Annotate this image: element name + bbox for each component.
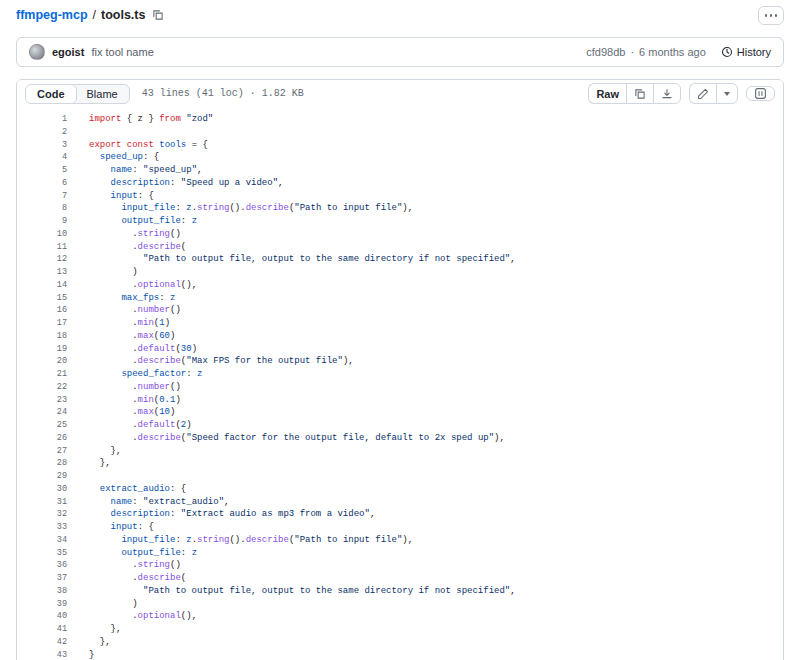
code-line: 32 description: "Extract audio as mp3 fr… — [17, 508, 783, 521]
line-number[interactable]: 1 — [17, 113, 67, 126]
code-viewer[interactable]: 1import { z } from "zod"23export const t… — [17, 107, 783, 660]
line-number[interactable]: 23 — [17, 394, 67, 407]
commit-author-link[interactable]: egoist — [52, 46, 84, 58]
code-line: 22 .number() — [17, 381, 783, 394]
breadcrumb-repo-link[interactable]: ffmpeg-mcp — [16, 8, 88, 22]
line-content: .string() — [67, 228, 181, 241]
file-toolbar: Code Blame 43 lines (41 loc) · 1.82 KB R… — [17, 80, 783, 107]
code-line: 5 name: "speed_up", — [17, 164, 783, 177]
line-number[interactable]: 32 — [17, 508, 67, 521]
line-number[interactable]: 5 — [17, 164, 67, 177]
line-number[interactable]: 42 — [17, 636, 67, 649]
code-line: 3export const tools = { — [17, 139, 783, 152]
raw-button[interactable]: Raw — [588, 83, 626, 104]
line-number[interactable]: 35 — [17, 547, 67, 560]
code-line: 31 name: "extract_audio", — [17, 496, 783, 509]
line-number[interactable]: 19 — [17, 343, 67, 356]
line-number[interactable]: 37 — [17, 572, 67, 585]
line-number[interactable]: 40 — [17, 610, 67, 623]
line-number[interactable]: 27 — [17, 445, 67, 458]
line-number[interactable]: 33 — [17, 521, 67, 534]
code-line: 43} — [17, 649, 783, 660]
line-number[interactable]: 39 — [17, 598, 67, 611]
commit-hash-link[interactable]: cfd98db — [586, 46, 625, 58]
download-button[interactable] — [653, 83, 681, 104]
line-content: extract_audio: { — [67, 483, 186, 496]
line-number[interactable]: 36 — [17, 559, 67, 572]
download-icon — [661, 88, 673, 100]
edit-dropdown-button[interactable] — [716, 83, 738, 104]
line-number[interactable]: 34 — [17, 534, 67, 547]
line-number[interactable]: 3 — [17, 139, 67, 152]
line-content: .describe("Max FPS for the output file")… — [67, 355, 354, 368]
chevron-down-icon — [724, 92, 730, 96]
line-number[interactable]: 7 — [17, 190, 67, 203]
line-content: .default(2) — [67, 419, 192, 432]
line-number[interactable]: 10 — [17, 228, 67, 241]
line-number[interactable]: 30 — [17, 483, 67, 496]
line-number[interactable]: 21 — [17, 368, 67, 381]
copy-path-button[interactable] — [152, 9, 164, 21]
code-line: 7 input: { — [17, 190, 783, 203]
line-content: name: "extract_audio", — [67, 496, 229, 509]
line-number[interactable]: 20 — [17, 355, 67, 368]
code-line: 25 .default(2) — [17, 419, 783, 432]
author-avatar[interactable] — [29, 44, 45, 60]
line-content: description: "Extract audio as mp3 from … — [67, 508, 375, 521]
edit-button[interactable] — [689, 83, 716, 104]
code-line: 6 description: "Speed up a video", — [17, 177, 783, 190]
commit-message-link[interactable]: fix tool name — [91, 46, 153, 58]
code-line: 14 .optional(), — [17, 279, 783, 292]
line-number[interactable]: 43 — [17, 649, 67, 660]
code-line: 21 speed_factor: z — [17, 368, 783, 381]
line-number[interactable]: 26 — [17, 432, 67, 445]
line-number[interactable]: 28 — [17, 457, 67, 470]
code-line: 35 output_file: z — [17, 547, 783, 560]
line-number[interactable]: 6 — [17, 177, 67, 190]
line-number[interactable]: 11 — [17, 241, 67, 254]
line-number[interactable]: 17 — [17, 317, 67, 330]
line-content: "Path to output file, output to the same… — [67, 585, 516, 598]
line-number[interactable]: 38 — [17, 585, 67, 598]
file-info-text: 43 lines (41 loc) · 1.82 KB — [142, 88, 304, 99]
line-number[interactable]: 9 — [17, 215, 67, 228]
line-number[interactable]: 41 — [17, 623, 67, 636]
code-line: 23 .min(0.1) — [17, 394, 783, 407]
line-content: } — [67, 649, 94, 660]
line-content: description: "Speed up a video", — [67, 177, 283, 190]
line-number[interactable]: 4 — [17, 151, 67, 164]
line-number[interactable]: 12 — [17, 253, 67, 266]
line-content: .min(0.1) — [67, 394, 181, 407]
github-file-page: ffmpeg-mcp / tools.ts egoist fix tool na… — [0, 0, 800, 660]
line-content: output_file: z — [67, 547, 197, 560]
line-number[interactable]: 29 — [17, 470, 67, 483]
line-number[interactable]: 31 — [17, 496, 67, 509]
line-content: .default(30) — [67, 343, 197, 356]
line-number[interactable]: 8 — [17, 202, 67, 215]
tab-code[interactable]: Code — [25, 84, 77, 104]
line-content: .max(60) — [67, 330, 175, 343]
line-content — [67, 470, 89, 483]
line-content: export const tools = { — [67, 139, 208, 152]
history-link[interactable]: History — [721, 46, 771, 58]
copy-raw-button[interactable] — [626, 83, 653, 104]
code-line: 12 "Path to output file, output to the s… — [17, 253, 783, 266]
line-number[interactable]: 22 — [17, 381, 67, 394]
line-number[interactable]: 15 — [17, 292, 67, 305]
line-number[interactable]: 18 — [17, 330, 67, 343]
line-number[interactable]: 2 — [17, 126, 67, 139]
code-line: 33 input: { — [17, 521, 783, 534]
kebab-icon — [765, 14, 778, 17]
symbols-panel-button[interactable] — [746, 86, 775, 101]
line-number[interactable]: 24 — [17, 406, 67, 419]
tab-blame[interactable]: Blame — [76, 85, 129, 103]
code-line: 10 .string() — [17, 228, 783, 241]
more-options-button[interactable] — [758, 6, 784, 25]
line-number[interactable]: 14 — [17, 279, 67, 292]
line-content: }, — [67, 636, 111, 649]
line-number[interactable]: 25 — [17, 419, 67, 432]
line-number[interactable]: 16 — [17, 304, 67, 317]
line-content: import { z } from "zod" — [67, 113, 213, 126]
history-label: History — [737, 46, 771, 58]
line-number[interactable]: 13 — [17, 266, 67, 279]
